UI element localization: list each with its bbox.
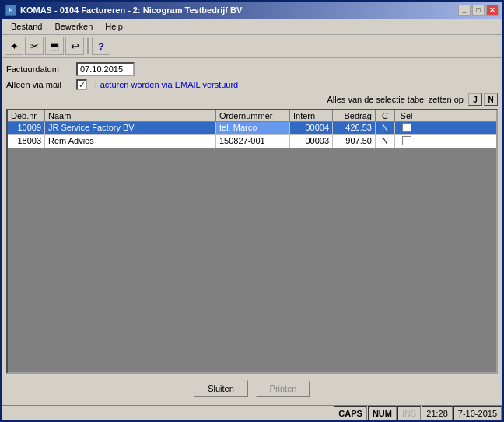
cell-debnr: 10009 (8, 122, 45, 134)
close-button[interactable]: ✕ (486, 5, 499, 16)
printen-button[interactable]: Printen (256, 380, 310, 397)
selection-text: Alles van de selectie tabel zetten op (327, 95, 464, 104)
cell-ordernummer: tel. Marco (216, 122, 290, 134)
col-header-debnr: Deb.nr (8, 110, 45, 121)
col-header-sel: Sel (395, 110, 418, 121)
cell-naam: JR Service Factory BV (45, 122, 216, 134)
selectie-j-button[interactable]: J (468, 93, 482, 106)
col-header-ordernummer: Ordernummer (216, 110, 290, 121)
caps-indicator: CAPS (334, 406, 367, 420)
action-buttons: Sluiten Printen (6, 374, 498, 400)
alleen-via-mail-checkbox[interactable] (76, 79, 87, 90)
cell-sel[interactable] (395, 122, 418, 134)
table-body: 10009 JR Service Factory BV tel. Marco 0… (8, 122, 496, 335)
sluiten-button[interactable]: Sluiten (194, 380, 248, 397)
cell-naam: Rem Advies (45, 135, 216, 148)
time-display: 21:28 (422, 406, 453, 420)
cell-c: N (376, 135, 395, 148)
cell-ordernummer: 150827-001 (216, 135, 290, 148)
new-button[interactable]: ✦ (5, 37, 23, 55)
invoice-table: Deb.nr Naam Ordernummer Intern Bedrag C … (6, 109, 498, 374)
alleen-via-mail-label: Alleen via mail (6, 80, 76, 89)
selectie-n-button[interactable]: N (484, 93, 498, 106)
cell-intern: 00004 (290, 122, 333, 134)
menu-bar: Bestand Bewerken Help (2, 19, 502, 35)
table-row[interactable]: 10009 JR Service Factory BV tel. Marco 0… (8, 122, 496, 135)
main-window: K KOMAS - 0104 Factureren - 2: Nicogram … (0, 0, 504, 422)
status-bar: CAPS NUM INS 21:28 7-10-2015 (2, 405, 502, 420)
cell-bedrag: 907.50 (333, 135, 376, 148)
factuurdatum-label: Factuurdatum (6, 65, 76, 74)
cell-sel[interactable] (395, 135, 418, 148)
col-header-bedrag: Bedrag (333, 110, 376, 121)
factuurdatum-input[interactable] (76, 62, 135, 76)
date-display: 7-10-2015 (453, 406, 502, 420)
cut-button[interactable]: ✂ (25, 37, 44, 55)
content-area: Factuurdatum Alleen via mail Facturen wo… (2, 58, 502, 405)
selection-row: Alles van de selectie tabel zetten op J … (6, 93, 498, 106)
num-indicator: NUM (368, 406, 397, 420)
col-header-intern: Intern (290, 110, 333, 121)
cell-bedrag: 426.53 (333, 122, 376, 134)
table-header: Deb.nr Naam Ordernummer Intern Bedrag C … (8, 110, 496, 122)
menu-bewerken[interactable]: Bewerken (48, 20, 99, 33)
alleen-via-mail-row: Alleen via mail Facturen worden via EMAI… (6, 79, 498, 90)
window-icon: K (5, 5, 16, 16)
cell-intern: 00003 (290, 135, 333, 148)
toolbar-separator (87, 38, 89, 54)
ins-indicator: INS (397, 406, 421, 420)
cell-debnr: 18003 (8, 135, 45, 148)
undo-button[interactable]: ↩ (65, 37, 84, 55)
col-header-c: C (376, 110, 395, 121)
window-title: KOMAS - 0104 Factureren - 2: Nicogram Te… (20, 5, 242, 15)
minimize-button[interactable]: _ (458, 5, 471, 16)
copy-button[interactable]: ⬒ (45, 37, 64, 55)
maximize-button[interactable]: □ (472, 5, 485, 16)
menu-bestand[interactable]: Bestand (5, 20, 48, 33)
factuurdatum-row: Factuurdatum (6, 62, 498, 76)
col-header-naam: Naam (45, 110, 216, 121)
help-button[interactable]: ? (92, 37, 110, 55)
cell-c: N (376, 122, 395, 134)
toolbar: ✦ ✂ ⬒ ↩ ? (2, 35, 502, 58)
table-empty-area (8, 148, 496, 335)
table-row[interactable]: 18003 Rem Advies 150827-001 00003 907.50… (8, 135, 496, 148)
title-bar: K KOMAS - 0104 Factureren - 2: Nicogram … (2, 2, 502, 19)
email-info-text: Facturen worden via EMAIL verstuurd (95, 80, 238, 89)
menu-help[interactable]: Help (99, 20, 129, 33)
